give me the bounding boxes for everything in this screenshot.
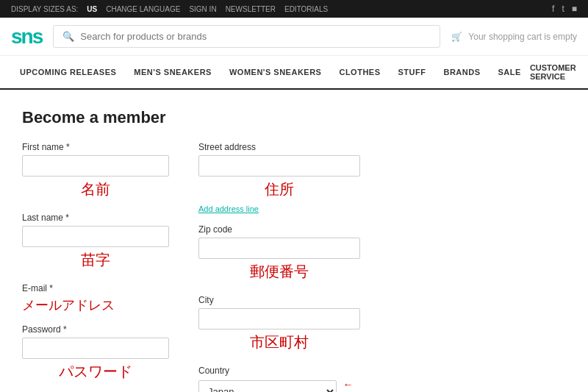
first-name-input[interactable] <box>22 155 169 177</box>
zip-input[interactable] <box>198 238 360 259</box>
header: sns 🔍 🛒 Your shopping cart is empty <box>0 18 588 56</box>
nav-stuff[interactable]: STUFF <box>390 60 435 84</box>
twitter-icon[interactable]: t <box>562 4 564 14</box>
first-name-jp: 名前 <box>22 177 169 202</box>
facebook-icon[interactable]: f <box>552 4 554 14</box>
country-label: Country <box>198 366 360 376</box>
change-language[interactable]: CHANGE LANGUAGE <box>106 5 180 13</box>
last-name-input[interactable] <box>22 226 169 247</box>
nav-brands[interactable]: BRANDS <box>434 60 489 84</box>
password-input[interactable] <box>22 338 169 359</box>
password-jp: パスワード <box>22 359 169 385</box>
last-name-jp: 苗字 <box>22 247 169 273</box>
add-address-link[interactable]: Add address line <box>198 204 259 213</box>
country-row: Japan United States United Kingdom ←国 <box>198 379 360 392</box>
nav-upcoming-releases[interactable]: UPCOMING RELEASES <box>11 60 125 84</box>
sign-in-link[interactable]: SIGN IN <box>189 5 216 13</box>
form-columns: First name * 名前 Last name * 苗字 E-mail * … <box>22 142 566 392</box>
city-group: City 市区町村 <box>198 295 360 355</box>
newsletter-link[interactable]: NEWSLETTER <box>226 5 276 13</box>
instagram-icon[interactable]: ■ <box>572 4 577 14</box>
nav: UPCOMING RELEASES MEN'S SNEAKERS WOMEN'S… <box>0 56 588 90</box>
last-name-label: Last name * <box>22 213 169 223</box>
top-bar: DISPLAY SIZES AS: US CHANGE LANGUAGE SIG… <box>0 0 588 18</box>
search-icon: 🔍 <box>62 31 74 42</box>
zip-jp: 郵便番号 <box>198 259 360 285</box>
first-name-group: First name * 名前 <box>22 142 169 202</box>
cart-icon: 🛒 <box>451 32 462 42</box>
size-us[interactable]: US <box>87 5 97 13</box>
search-bar[interactable]: 🔍 <box>53 25 440 48</box>
nav-womens-sneakers[interactable]: WOMEN'S SNEAKERS <box>220 60 331 84</box>
display-sizes-label: DISPLAY SIZES AS: <box>11 5 78 13</box>
last-name-group: Last name * 苗字 <box>22 213 169 273</box>
city-input[interactable] <box>198 308 360 329</box>
nav-customer-service[interactable]: CUSTOMER SERVICE <box>530 56 577 88</box>
top-bar-right: f t ■ <box>552 4 577 14</box>
nav-clothes[interactable]: CLOTHES <box>330 60 389 84</box>
first-name-label: First name * <box>22 142 169 152</box>
cart-area: 🛒 Your shopping cart is empty <box>451 32 577 42</box>
street-jp: 住所 <box>198 177 360 202</box>
password-group: Password * パスワード <box>22 324 169 385</box>
country-arrow-annotation: ←国 <box>343 379 360 392</box>
logo[interactable]: sns <box>11 26 42 47</box>
street-input[interactable] <box>198 155 360 177</box>
email-group: E-mail * メールアドレス <box>22 283 169 314</box>
city-label: City <box>198 295 360 305</box>
password-label: Password * <box>22 324 169 335</box>
zip-label: Zip code <box>198 224 360 235</box>
search-input[interactable] <box>80 31 431 42</box>
country-group: Country Japan United States United Kingd… <box>198 366 360 392</box>
cart-text: Your shopping cart is empty <box>468 32 577 42</box>
page-title: Become a member <box>22 108 566 127</box>
editorials-link[interactable]: EDITORIALS <box>284 5 328 13</box>
zip-group: Zip code 郵便番号 <box>198 224 360 285</box>
email-jp: メールアドレス <box>22 296 169 314</box>
main-content: Become a member First name * 名前 Last nam… <box>0 90 588 392</box>
street-label: Street address <box>198 142 360 152</box>
city-jp: 市区町村 <box>198 329 360 355</box>
form-left-column: First name * 名前 Last name * 苗字 E-mail * … <box>22 142 169 392</box>
email-label: E-mail * <box>22 283 169 293</box>
nav-mens-sneakers[interactable]: MEN'S SNEAKERS <box>125 60 220 84</box>
form-right-column: Street address 住所 Add address line Zip c… <box>198 142 360 392</box>
top-bar-left: DISPLAY SIZES AS: US CHANGE LANGUAGE SIG… <box>11 5 328 13</box>
street-group: Street address 住所 Add address line <box>198 142 360 214</box>
nav-sale[interactable]: SALE <box>490 60 530 84</box>
country-select[interactable]: Japan United States United Kingdom <box>198 380 337 393</box>
